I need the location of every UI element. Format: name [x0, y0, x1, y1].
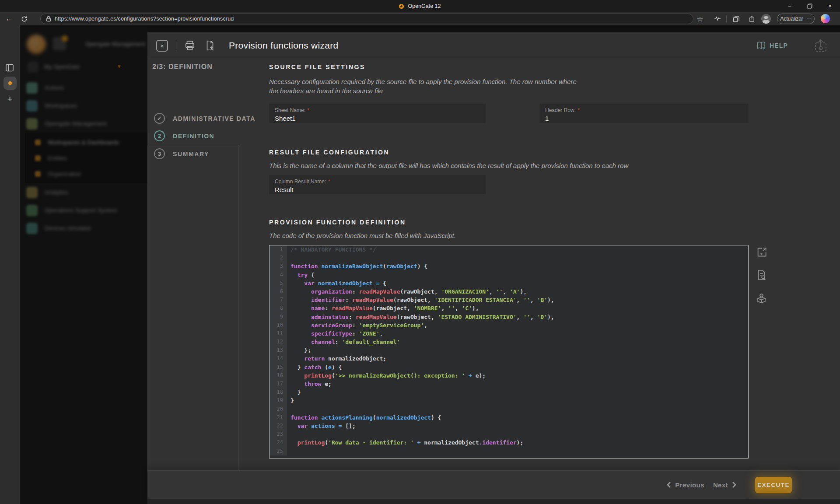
column-result-name-value: Result — [275, 186, 480, 193]
code-line: 25 — [270, 447, 748, 455]
code-line: 21function actionsPlanning(normalizedObj… — [270, 413, 748, 422]
code-line: 11 specificType: 'ZONE', — [270, 329, 748, 338]
required-mark: * — [578, 107, 580, 113]
browser-essentials-icon[interactable] — [711, 12, 724, 25]
window-close-button[interactable]: × — [820, 0, 840, 12]
copilot-icon[interactable] — [821, 14, 830, 23]
svg-text:?: ? — [763, 46, 765, 50]
code-line: 6 organization: readMapValue(rawObject, … — [270, 287, 748, 296]
header-divider — [176, 41, 176, 51]
code-line: 13 }; — [270, 346, 748, 354]
wizard-header: × Provision functions wizard ? HELP — [147, 32, 840, 59]
result-file-configuration-title: RESULT FILE CONFIGURATION — [269, 149, 389, 156]
previous-button[interactable]: Previous — [666, 481, 704, 489]
code-line: 19} — [270, 396, 748, 405]
column-result-name-field[interactable]: Column Result Name: * Result — [269, 175, 486, 194]
source-file-settings-title: SOURCE FILE SETTINGS — [269, 63, 365, 70]
back-button[interactable]: ← — [4, 12, 15, 25]
code-line: 20 — [270, 405, 748, 413]
wizard-footer: Previous Next EXECUTE — [147, 470, 840, 499]
opengate-app-tab[interactable] — [4, 77, 17, 90]
code-editor[interactable]: 1/* MANDATORY FUNCTIONS */23function nor… — [269, 245, 749, 458]
browser-toolbar: ← https://www.opengate.es/configurations… — [0, 12, 840, 25]
share-icon[interactable] — [746, 12, 758, 25]
sheet-name-value: Sheet1 — [275, 115, 480, 122]
step-definition[interactable]: 2 DEFINITION — [154, 130, 214, 141]
result-file-configuration-desc: This is the name of a column that the ou… — [269, 161, 749, 170]
modal-bottom-strip — [147, 499, 840, 504]
code-line: 2 — [270, 254, 748, 262]
refresh-button[interactable] — [18, 12, 30, 25]
step-progress-header: 2/3: DEFINITION — [152, 63, 213, 71]
sheet-name-field[interactable]: Sheet Name: * Sheet1 — [269, 104, 486, 123]
code-line: 22 var actions = []; — [270, 422, 748, 430]
browser-titlebar: OpenGate 12 – × — [0, 0, 840, 12]
source-file-settings-desc: Necessary configuration required by the … — [269, 77, 580, 95]
help-button[interactable]: ? HELP — [756, 41, 788, 50]
step-summary[interactable]: 3 SUMMARY — [154, 148, 209, 159]
required-mark: * — [328, 178, 330, 185]
window-minimize-button[interactable]: – — [780, 0, 800, 12]
execute-button[interactable]: EXECUTE — [755, 477, 792, 493]
toolbar-divider — [726, 15, 727, 22]
code-line: 18 } — [270, 388, 748, 396]
code-line: 9 adminstatus: readMapValue(rawObject, '… — [270, 313, 748, 321]
provision-function-definition-desc: The code of the provision function must … — [269, 231, 749, 240]
code-line: 16 printLog('>> normalizeRawObject(): ex… — [270, 371, 748, 380]
expand-editor-icon[interactable] — [756, 246, 768, 259]
print-icon[interactable] — [184, 40, 196, 52]
deploy-package-icon[interactable] — [756, 292, 768, 304]
more-options-icon[interactable]: ⋯ — [806, 16, 812, 22]
provision-functions-wizard-modal: × Provision functions wizard ? HELP 2/3:… — [147, 32, 840, 504]
code-line: 15 } catch (e) { — [270, 363, 748, 371]
header-row-value: 1 — [545, 115, 743, 122]
publish-disabled-icon — [814, 38, 827, 52]
wizard-title: Provision functions wizard — [229, 40, 339, 51]
actualizar-button[interactable]: Actualizar ⋯ — [777, 14, 815, 24]
help-book-icon: ? — [756, 41, 766, 50]
code-line: 1/* MANDATORY FUNCTIONS */ — [270, 245, 748, 254]
chevron-left-icon — [666, 481, 671, 488]
next-button[interactable]: Next — [713, 481, 737, 489]
header-row-field[interactable]: Header Row: * 1 — [539, 104, 749, 123]
provision-function-definition-title: PROVISION FUNCTION DEFINITION — [269, 219, 406, 226]
preview-file-icon[interactable] — [756, 269, 768, 281]
step-check-icon: ✓ — [154, 113, 165, 124]
code-line: 24 printLog('Row data - identifier: ' + … — [270, 438, 748, 447]
sidebar-toggle-icon[interactable] — [5, 63, 14, 72]
site-favicon — [399, 4, 404, 9]
required-mark: * — [308, 107, 310, 113]
code-line: 17 throw e; — [270, 380, 748, 388]
code-line: 8 name: readMapValue(rawObject, 'NOMBRE'… — [270, 304, 748, 312]
code-line: 23 — [270, 430, 748, 438]
edge-vertical-toolbar: + — [0, 25, 20, 504]
chevron-right-icon — [732, 481, 737, 488]
profile-avatar[interactable] — [761, 14, 771, 24]
code-line: 3function normalizeRawObject(rawObject) … — [270, 262, 748, 270]
favorites-star-icon[interactable]: ☆ — [694, 12, 706, 25]
code-line: 12 channel: 'default_channel' — [270, 338, 748, 346]
code-line: 4 try { — [270, 271, 748, 279]
code-line: 10 serviceGroup: 'emptyServiceGroup', — [270, 321, 748, 329]
step-administrative-data[interactable]: ✓ ADMINISTRATIVE DATA — [154, 113, 256, 124]
window-restore-button[interactable] — [800, 0, 820, 12]
import-file-icon[interactable] — [204, 40, 216, 52]
lock-icon — [46, 16, 51, 22]
steps-panel-border — [147, 145, 238, 470]
code-line: 5 var normalizedObject = { — [270, 279, 748, 287]
code-line: 14 return normalizedObject; — [270, 354, 748, 363]
add-tab-button[interactable]: + — [0, 94, 20, 104]
browser-tab-title: OpenGate 12 — [408, 3, 441, 9]
close-wizard-button[interactable]: × — [156, 40, 168, 52]
address-bar[interactable]: https://www.opengate.es/configurations?s… — [40, 14, 693, 24]
collections-icon[interactable] — [730, 12, 742, 25]
code-line: 7 identifier: readMapValue(rawObject, 'I… — [270, 296, 748, 304]
url-text: https://www.opengate.es/configurations?s… — [55, 16, 234, 22]
